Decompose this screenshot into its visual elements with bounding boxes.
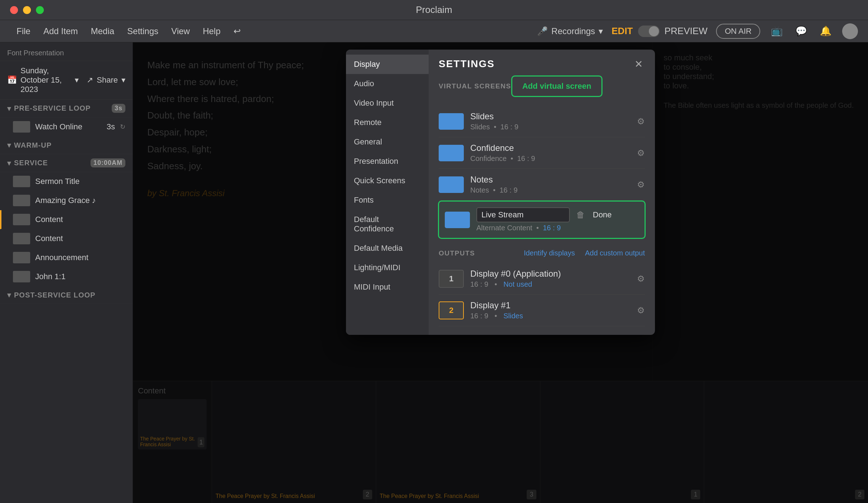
section-post-service[interactable]: ▾ POST-SERVICE LOOP [0,286,133,304]
add-custom-output-link[interactable]: Add custom output [585,249,645,257]
warm-up-label: WARM-UP [14,141,52,149]
display-0-name: Display #0 (Application) [470,269,631,279]
confidence-gear-icon[interactable]: ⚙ [637,148,645,158]
add-virtual-screen-button[interactable]: Add virtual screen [511,75,602,97]
modal-sidebar-item-midi-input[interactable]: MIDI Input [346,277,429,297]
modal-sidebar-item-display[interactable]: Display [346,55,429,74]
content-1-label: Content [35,215,125,224]
close-window-button[interactable] [10,6,18,14]
avatar[interactable] [842,23,858,39]
window-controls[interactable] [10,6,44,14]
edit-preview-toggle[interactable] [638,26,660,37]
modal-sidebar-item-quick-screens[interactable]: Quick Screens [346,171,429,190]
share-label[interactable]: Share [97,75,118,85]
modal-sidebar-item-video-input[interactable]: Video Input [346,93,429,113]
slides-gear-icon[interactable]: ⚙ [637,116,645,126]
modal-title: SETTINGS [439,58,495,70]
modal-sidebar-item-fonts[interactable]: Fonts [346,190,429,210]
content-2-thumb [13,233,30,244]
sidebar-item-john[interactable]: John 1:1 [0,267,133,286]
title-bar: Proclaim [0,0,868,20]
modal-sidebar-item-lighting-midi[interactable]: Lighting/MIDI [346,258,429,277]
sidebar-item-amazing-grace[interactable]: Amazing Grace ♪ [0,191,133,210]
modal-sidebar-item-default-media[interactable]: Default Media [346,239,429,258]
display-0-info: Display #0 (Application) 16 : 9 • Not us… [470,269,631,289]
sidebar-date[interactable]: 📅 Sunday, October 15, 2023 ▾ ↗ Share ▾ [0,61,133,100]
content-area: Make me an instrument of Thy peace; Lord… [133,42,868,503]
service-label: SERVICE [14,159,48,167]
menu-file[interactable]: File [10,26,37,36]
modal-close-button[interactable]: ✕ [632,57,645,70]
notes-ratio: 16 : 9 [499,186,517,194]
sidebar-item-content-2[interactable]: Content [0,229,133,248]
slides-sub-name: Slides [470,123,490,131]
service-time: 10:00AM [91,158,125,167]
menu-view[interactable]: View [165,26,197,36]
live-stream-name-input[interactable] [476,207,570,222]
slides-thumb [439,113,464,130]
john-label: John 1:1 [35,272,125,281]
display-1-gear-icon[interactable]: ⚙ [637,305,645,315]
sidebar-scroll[interactable]: ▾ PRE-SERVICE LOOP 3s Watch Online 3s ↻ … [0,100,133,503]
content-2-label: Content [35,234,125,243]
section-warm-up[interactable]: ▾ WARM-UP [0,137,133,154]
menu-media[interactable]: Media [84,26,121,36]
modal-sidebar-item-audio[interactable]: Audio [346,74,429,93]
modal-sidebar-item-remote[interactable]: Remote [346,113,429,132]
bell-icon[interactable]: 🔔 [818,23,834,39]
cast-icon[interactable]: 📺 [769,23,785,39]
section-pre-service[interactable]: ▾ PRE-SERVICE LOOP 3s [0,100,133,117]
display-0-gear-icon[interactable]: ⚙ [637,274,645,284]
modal-overlay: Display Audio Video Input Remote General… [133,42,868,503]
amazing-grace-label: Amazing Grace ♪ [35,196,125,205]
sidebar-item-announcement[interactable]: Announcement [0,248,133,267]
sidebar: Font Presentation 📅 Sunday, October 15, … [0,42,133,503]
main-layout: Font Presentation 📅 Sunday, October 15, … [0,42,868,503]
identify-displays-link[interactable]: Identify displays [524,249,575,257]
edit-toggle[interactable]: EDIT PREVIEW [611,26,707,37]
menu-help[interactable]: Help [196,26,227,36]
maximize-window-button[interactable] [36,6,44,14]
minimize-window-button[interactable] [23,6,31,14]
undo-icon[interactable]: ↩ [227,26,247,36]
refresh-icon[interactable]: ↻ [120,123,125,131]
modal-body[interactable]: VIRTUAL SCREENS Add virtual screen Slide… [429,75,655,335]
modal-sidebar-item-presentation[interactable]: Presentation [346,152,429,171]
display-0-number: 1 [449,274,453,283]
notes-gear-icon[interactable]: ⚙ [637,180,645,190]
modal-sidebar-item-default-confidence[interactable]: Default Confidence [346,210,429,239]
announcement-label: Announcement [35,253,125,262]
on-air-button[interactable]: ON AIR [716,24,760,39]
notes-thumb [439,176,464,193]
outputs-section: OUTPUTS Identify displays Add custom out… [439,249,645,326]
section-service[interactable]: ▾ SERVICE 10:00AM [0,154,133,172]
sidebar-item-watch-online[interactable]: Watch Online 3s ↻ [0,117,133,137]
live-stream-delete-icon[interactable]: 🗑 [576,210,585,220]
sidebar-item-sermon-title[interactable]: Sermon Title [0,172,133,191]
live-stream-sub-name: Alternate Content [476,224,532,232]
preview-label: PREVIEW [665,26,708,37]
live-stream-ratio: 16 : 9 [543,224,561,232]
modal-sidebar: Display Audio Video Input Remote General… [346,50,429,335]
recordings-button[interactable]: 🎤 Recordings ▾ [537,26,603,36]
live-stream-done-button[interactable]: Done [593,210,612,220]
confidence-sub: Confidence • 16 : 9 [470,154,631,163]
service-chevron-icon: ▾ [7,159,11,167]
menu-settings[interactable]: Settings [121,26,165,36]
menu-add-item[interactable]: Add Item [37,26,84,36]
sidebar-item-content-1[interactable]: Content [0,210,133,229]
pre-service-chevron-icon: ▾ [7,104,11,113]
calendar-icon: 📅 [7,75,17,85]
confidence-thumb [439,145,464,161]
virtual-screen-row-confidence: Confidence Confidence • 16 : 9 ⚙ [439,137,645,169]
modal-sidebar-item-general[interactable]: General [346,132,429,152]
edit-label: EDIT [611,26,633,37]
notes-sub: Notes • 16 : 9 [470,186,631,194]
chat-icon[interactable]: 💬 [793,23,809,39]
live-stream-thumb [445,212,470,228]
sermon-title-label: Sermon Title [35,177,125,186]
microphone-icon: 🎤 [537,26,548,36]
share-icon: ↗ [87,75,93,85]
app-title: Proclaim [416,4,452,15]
display-0-status: Not used [503,280,532,289]
